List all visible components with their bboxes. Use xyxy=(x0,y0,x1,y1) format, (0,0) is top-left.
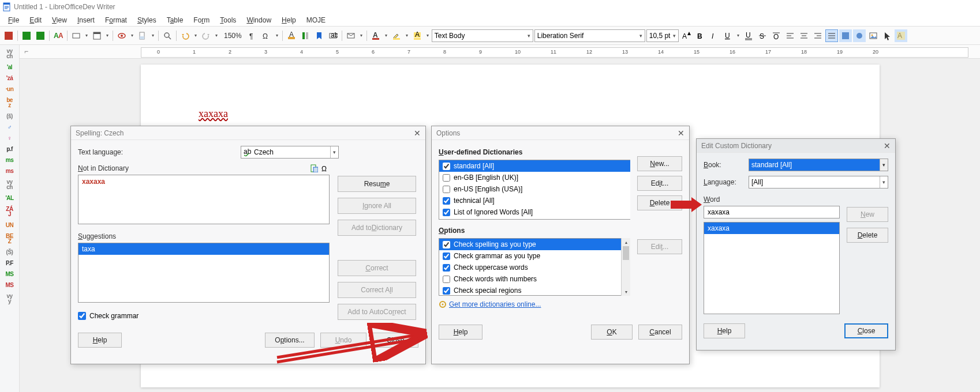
menu-table[interactable]: Table xyxy=(162,15,188,25)
menu-styles[interactable]: Styles xyxy=(133,15,161,25)
menu-moje[interactable]: MOJE xyxy=(302,15,330,25)
tool-field[interactable]: ab xyxy=(327,29,339,42)
sidebar-chip[interactable]: (Š) xyxy=(6,250,13,255)
dict-row[interactable]: en-US [English (USA)] xyxy=(439,183,630,195)
dict-delete-button[interactable]: Delete xyxy=(637,195,682,210)
dict-row[interactable]: List of Ignored Words [All] xyxy=(439,206,630,218)
custom-close-button[interactable]: Close xyxy=(844,323,888,338)
word-list[interactable]: xaxaxa xyxy=(704,222,840,314)
tool-overline[interactable]: O xyxy=(770,29,783,42)
zoom-level[interactable]: 150% xyxy=(220,32,245,40)
custom-dict-close-icon[interactable]: ✕ xyxy=(884,141,891,150)
tool-search[interactable] xyxy=(161,29,174,42)
menu-insert[interactable]: Insert xyxy=(73,15,99,25)
document-text[interactable]: xaxaxa xyxy=(199,108,228,120)
tool-font-color[interactable]: A xyxy=(369,29,382,42)
sidebar-chip[interactable]: be z xyxy=(6,97,13,108)
book-combo[interactable]: standard [All]▾ xyxy=(749,159,888,171)
not-in-dictionary-text[interactable]: xaxaxa xyxy=(78,175,330,224)
options-help-button[interactable]: Help xyxy=(439,325,482,340)
menu-form[interactable]: Form xyxy=(189,15,214,25)
tool-envelope[interactable] xyxy=(345,29,357,42)
tool-rect[interactable] xyxy=(70,29,83,42)
tool-env-drop[interactable]: ▾ xyxy=(358,33,364,38)
menu-view[interactable]: View xyxy=(47,15,72,25)
tool-doc-drop[interactable]: ▾ xyxy=(150,33,156,38)
tool-insert-col[interactable] xyxy=(299,29,312,42)
dict-checkbox[interactable] xyxy=(443,186,450,193)
option-row[interactable]: Check grammar as you type xyxy=(439,250,621,262)
sidebar-chip[interactable]: BE Z xyxy=(6,233,13,244)
option-row[interactable]: Check uppercase words xyxy=(439,262,621,273)
option-checkbox[interactable] xyxy=(443,241,450,248)
tool-rect-drop[interactable]: ▾ xyxy=(84,33,89,38)
options-list[interactable]: Check spelling as you typeCheck grammar … xyxy=(439,238,621,296)
dict-row[interactable]: en-GB [English (UK)] xyxy=(439,172,630,183)
menu-file[interactable]: File xyxy=(3,15,24,25)
tool-underline-drop[interactable]: ▾ xyxy=(735,33,741,38)
dict-row[interactable]: technical [All] xyxy=(439,195,630,206)
tool-find-replace[interactable]: AA xyxy=(52,29,65,42)
tool-align-center[interactable] xyxy=(798,29,810,42)
tool-redo-drop[interactable]: ▾ xyxy=(214,33,219,38)
sidebar-chip[interactable]: vy y xyxy=(6,293,12,304)
word-row[interactable]: xaxaxa xyxy=(704,223,839,234)
sidebar-chip[interactable]: ms xyxy=(6,157,13,163)
spelling-close-button[interactable]: Close xyxy=(372,333,418,348)
sidebar-chip[interactable]: ♀ xyxy=(8,135,12,141)
tool-highlight-orange[interactable]: A xyxy=(285,29,298,42)
check-grammar-checkbox[interactable]: Check grammar xyxy=(78,312,330,320)
option-checkbox[interactable] xyxy=(443,252,450,260)
sidebar-chip[interactable]: MS xyxy=(6,272,14,277)
tool-align-justify[interactable] xyxy=(825,29,838,42)
tool-omega-drop[interactable]: ▾ xyxy=(274,33,280,38)
option-row[interactable]: Check special regions xyxy=(439,285,621,296)
tool-underline[interactable]: U xyxy=(721,29,734,42)
font-name-combo[interactable]: Liberation Serif▾ xyxy=(534,29,645,42)
tool-ext1[interactable] xyxy=(839,29,852,42)
menu-format[interactable]: Format xyxy=(100,15,132,25)
sidebar-chip[interactable]: P.F xyxy=(6,261,13,266)
sidebar-chip[interactable]: 'AL xyxy=(5,195,13,201)
options-cancel-button[interactable]: Cancel xyxy=(638,325,682,340)
check-grammar-input[interactable] xyxy=(78,312,86,320)
option-row[interactable]: Check spelling as you type xyxy=(439,239,621,250)
tool-cal-drop[interactable]: ▾ xyxy=(104,33,110,38)
resume-button[interactable]: Resume xyxy=(338,176,416,192)
sidebar-chip[interactable]: vy ch xyxy=(6,48,13,59)
dict-checkbox[interactable] xyxy=(443,174,450,182)
custom-delete-button[interactable]: Delete xyxy=(847,228,888,243)
opts-edit-button[interactable]: Edit... xyxy=(637,239,682,254)
sidebar-chip[interactable]: ms xyxy=(6,168,13,174)
tool-eye-drop[interactable]: ▾ xyxy=(129,33,135,38)
correct-all-button[interactable]: Correct All xyxy=(338,282,416,298)
tool-eye[interactable] xyxy=(115,29,128,42)
tool-redo[interactable] xyxy=(200,29,212,42)
tool-new-red[interactable] xyxy=(2,29,15,42)
tool-highlight-color[interactable] xyxy=(390,29,403,42)
spelling-help-button[interactable]: Help xyxy=(78,333,122,348)
tool-align-right[interactable] xyxy=(811,29,824,42)
language-combo[interactable]: [All]▾ xyxy=(749,176,888,189)
word-input[interactable] xyxy=(704,206,840,218)
sidebar-chip[interactable]: 'al xyxy=(7,65,12,70)
spelling-options-button[interactable]: Options... xyxy=(265,333,315,348)
dict-row[interactable]: standard [All] xyxy=(439,160,630,172)
tool-bold[interactable]: B xyxy=(694,29,706,42)
paragraph-style-combo[interactable]: Text Body▾ xyxy=(432,29,533,42)
menu-edit[interactable]: Edit xyxy=(25,15,46,25)
menu-tools[interactable]: Tools xyxy=(215,15,241,25)
suggestion-row[interactable]: taxa xyxy=(78,243,329,255)
dict-checkbox[interactable] xyxy=(443,163,450,170)
sidebar-chip[interactable]: vy ch xyxy=(6,179,13,190)
sidebar-chip[interactable]: ·un xyxy=(6,86,14,92)
tool-undo[interactable] xyxy=(179,29,192,42)
sidebar-chip[interactable]: UN xyxy=(6,223,13,228)
options-scrollbar[interactable]: ▴▾ xyxy=(621,238,630,296)
sidebar-chip[interactable]: 'zá xyxy=(6,76,13,81)
tool-cursor[interactable] xyxy=(881,29,893,42)
tool-doc-sel[interactable] xyxy=(136,29,149,42)
tool-italic[interactable]: I xyxy=(708,29,720,42)
suggestions-list[interactable]: taxa xyxy=(78,243,330,303)
tool-highlight-drop[interactable]: ▾ xyxy=(404,33,410,38)
